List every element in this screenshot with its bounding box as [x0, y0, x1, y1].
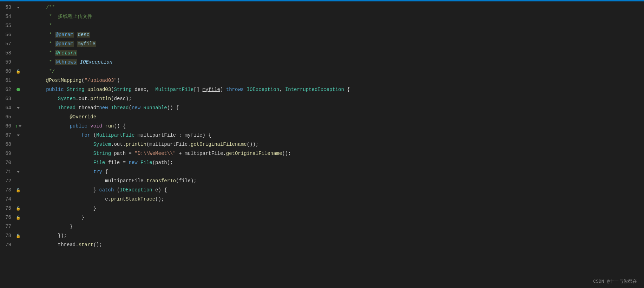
table-row: 69 String path = "D:\\WeMeet\\" + multip…	[0, 149, 350, 158]
fold-icon[interactable]	[19, 125, 21, 127]
fold-icon[interactable]	[17, 7, 20, 8]
lock-icon: 🔒	[16, 206, 21, 211]
gutter-cell	[14, 7, 22, 8]
table-row: 77 }	[0, 222, 350, 231]
code-line: public String upload03(String desc, Mult…	[22, 85, 350, 94]
code-line: * @param desc	[22, 30, 350, 39]
table-row: 75🔒 }	[0, 204, 350, 213]
gutter-cell: 🔒	[14, 206, 22, 211]
table-row: 76🔒 }	[0, 213, 350, 222]
table-row: 68 System.out.println(multipartFile.getO…	[0, 140, 350, 149]
table-row: 67 for (MultipartFile multipartFile : my…	[0, 131, 350, 140]
csdn-watermark: CSDN @十一与你都在	[593, 278, 637, 284]
gutter-cell: 🔒	[14, 215, 22, 220]
line-number: 55	[0, 21, 14, 30]
line-number: 64	[0, 103, 14, 112]
line-number: 56	[0, 30, 14, 39]
table-row: 55 *	[0, 21, 350, 30]
code-line: System.out.println(desc);	[22, 94, 350, 103]
code-line: }	[22, 222, 350, 231]
lock-icon: 🔒	[16, 215, 21, 220]
fold-icon[interactable]	[17, 107, 20, 109]
code-line: * @param myfile	[22, 39, 350, 48]
line-number: 78	[0, 231, 14, 240]
code-line: }	[22, 213, 350, 222]
breakpoint-icon[interactable]	[17, 88, 20, 91]
table-row: 78🔒 });	[0, 231, 350, 240]
arrow-icon: ↧	[15, 123, 18, 129]
code-line: @PostMapping("/upload03")	[22, 76, 350, 85]
line-number: 67	[0, 131, 14, 140]
table-row: 62 public String upload03(String desc, M…	[0, 85, 350, 94]
gutter-cell: 🔒	[14, 69, 22, 74]
editor-container: 53 /**54 * 多线程上传文件55 *56 * @param desc57…	[0, 0, 644, 288]
table-row: 53 /**	[0, 3, 350, 12]
table-row: 66↧ public void run() {	[0, 122, 350, 131]
gutter-cell	[14, 171, 22, 173]
table-row: 60🔒 */	[0, 67, 350, 76]
table-row: 65 @Override	[0, 112, 350, 122]
lock-icon: 🔒	[16, 188, 21, 192]
line-number: 73	[0, 185, 14, 195]
line-number: 61	[0, 76, 14, 85]
code-line: @Override	[22, 112, 350, 122]
line-number: 58	[0, 48, 14, 58]
code-line: } catch (IOException e) {	[22, 185, 350, 195]
table-row: 74 e.printStackTrace();	[0, 195, 350, 204]
code-line: * 多线程上传文件	[22, 12, 350, 21]
lock-icon: 🔒	[16, 234, 21, 238]
code-line: *	[22, 21, 350, 30]
gutter-cell: 🔒	[14, 188, 22, 192]
table-row: 72 multipartFile.transferTo(file);	[0, 176, 350, 185]
line-number: 75	[0, 204, 14, 213]
code-line: Thread thread=new Thread(new Runnable() …	[22, 103, 350, 112]
line-number: 72	[0, 176, 14, 185]
code-line: thread.start();	[22, 240, 350, 249]
code-line: for (MultipartFile multipartFile : myfil…	[22, 131, 350, 140]
code-line: });	[22, 231, 350, 240]
gutter-cell	[14, 107, 22, 109]
table-row: 59 * @throws IOException	[0, 58, 350, 67]
line-number: 77	[0, 222, 14, 231]
line-number: 60	[0, 67, 14, 76]
code-line: }	[22, 204, 350, 213]
code-line: System.out.println(multipartFile.getOrig…	[22, 140, 350, 149]
fold-icon[interactable]	[17, 135, 20, 136]
line-number: 54	[0, 12, 14, 21]
line-number: 70	[0, 158, 14, 167]
code-line: * @throws IOException	[22, 58, 350, 67]
table-row: 57 * @param myfile	[0, 39, 350, 48]
line-number: 74	[0, 195, 14, 204]
line-number: 53	[0, 3, 14, 12]
line-number: 76	[0, 213, 14, 222]
table-row: 70 File file = new File(path);	[0, 158, 350, 167]
line-number: 63	[0, 94, 14, 103]
table-row: 56 * @param desc	[0, 30, 350, 39]
table-row: 54 * 多线程上传文件	[0, 12, 350, 21]
gutter-cell: 🔒	[14, 234, 22, 238]
code-area: 53 /**54 * 多线程上传文件55 *56 * @param desc57…	[0, 1, 644, 288]
code-line: e.printStackTrace();	[22, 195, 350, 204]
table-row: 73🔒 } catch (IOException e) {	[0, 185, 350, 195]
code-line: /**	[22, 3, 350, 12]
gutter-cell	[14, 88, 22, 91]
code-line: * @return	[22, 48, 350, 58]
table-row: 64 Thread thread=new Thread(new Runnable…	[0, 103, 350, 112]
table-row: 61 @PostMapping("/upload03")	[0, 76, 350, 85]
line-number: 66	[0, 122, 14, 131]
line-number: 79	[0, 240, 14, 249]
line-number: 69	[0, 149, 14, 158]
line-number: 62	[0, 85, 14, 94]
code-line: */	[22, 67, 350, 76]
line-number: 68	[0, 140, 14, 149]
rows-container: 53 /**54 * 多线程上传文件55 *56 * @param desc57…	[0, 3, 350, 288]
gutter-cell	[14, 135, 22, 136]
line-number: 59	[0, 58, 14, 67]
gutter-cell: ↧	[14, 123, 22, 129]
table-row: 63 System.out.println(desc);	[0, 94, 350, 103]
line-number: 71	[0, 167, 14, 176]
fold-icon[interactable]	[17, 171, 20, 173]
table-row: 58 * @return	[0, 48, 350, 58]
code-line: String path = "D:\\WeMeet\\" + multipart…	[22, 149, 350, 158]
line-number: 65	[0, 112, 14, 122]
